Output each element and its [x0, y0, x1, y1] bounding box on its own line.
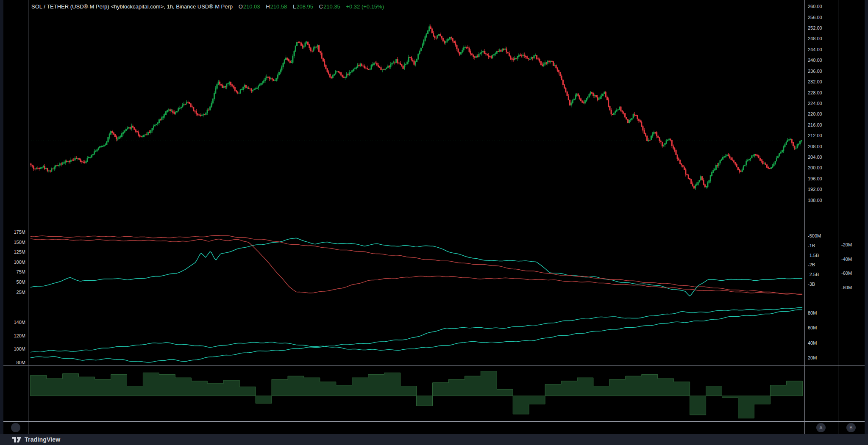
- axis-label: -60M: [841, 271, 852, 276]
- symbol-title[interactable]: SOL / TETHER (USD®-M Perp) <hyblockcapit…: [31, 3, 233, 10]
- ohlc-change: +0.32 (+0.15%): [346, 3, 384, 10]
- axis-label: 240.00: [808, 58, 822, 63]
- axis-label: -3B: [808, 282, 815, 287]
- ohlc-high-value: 210.58: [270, 3, 287, 10]
- ohlc-open-value: 210.03: [243, 3, 260, 10]
- price-scale-b[interactable]: -20M-40M-60M-80M: [838, 0, 865, 421]
- axis-label: 140M: [14, 320, 25, 325]
- axis-label: 220.00: [808, 111, 822, 117]
- axis-label: -2.5B: [808, 272, 819, 277]
- ohlc-close-value: 210.35: [323, 3, 340, 10]
- axis-label: 228.00: [808, 90, 822, 96]
- axis-label: 150M: [14, 240, 25, 245]
- pane-separator-3[interactable]: [3, 365, 865, 366]
- axis-label: 25M: [17, 290, 25, 295]
- axis-label: 192.00: [808, 187, 822, 192]
- axis-label: 50M: [17, 279, 25, 285]
- price-scale-a[interactable]: 260.00256.00252.00248.00244.00240.00236.…: [805, 0, 838, 421]
- axis-label: 236.00: [808, 69, 822, 74]
- axis-label: 80M: [808, 310, 817, 316]
- candles-up: [36, 25, 802, 190]
- ohlc-open-label: O: [239, 3, 243, 10]
- funding-rate-area: [31, 371, 803, 418]
- pane-separator-2[interactable]: [3, 300, 865, 300]
- axis-label: 244.00: [808, 47, 822, 53]
- axis-label: -20M: [841, 242, 852, 248]
- axis-label: 208.00: [808, 144, 822, 149]
- cvd-binance-spot-1k-line: [31, 310, 802, 352]
- ohlc-low-value: 208.95: [296, 3, 313, 10]
- axis-label: -80M: [841, 285, 852, 290]
- tradingview-brand-text[interactable]: TradingView: [25, 436, 60, 443]
- pane-separator-1[interactable]: [3, 231, 865, 231]
- axis-label: 232.00: [808, 79, 822, 85]
- axis-label: 75M: [17, 269, 25, 275]
- cvd-coinbase-spot-10k-10m-line: [31, 238, 802, 296]
- axis-label: 60M: [808, 325, 817, 331]
- chart-plot-area[interactable]: [0, 0, 868, 434]
- axis-label: 200.00: [808, 165, 822, 171]
- axis-label: -1B: [808, 243, 815, 249]
- axis-label: 120M: [14, 333, 25, 339]
- tradingview-chart-app: 175M150M125M100M75M50M25M140M120M100M80M…: [0, 0, 868, 445]
- axis-label: 175M: [14, 229, 25, 235]
- axis-label: -40M: [841, 257, 852, 262]
- axis-label: 252.00: [808, 25, 822, 31]
- tradingview-logo-icon[interactable]: [12, 437, 21, 442]
- axis-label: 188.00: [808, 198, 822, 203]
- axis-label: 40M: [808, 340, 817, 346]
- cvd-coinbase-spot-1k-line: [31, 235, 802, 294]
- left-scale-button[interactable]: [11, 423, 20, 432]
- axis-label: 100M: [14, 260, 25, 265]
- axis-label: 248.00: [808, 36, 822, 41]
- axis-label: -1.5B: [808, 253, 819, 258]
- time-axis[interactable]: [3, 422, 865, 434]
- axis-label: 100M: [14, 346, 25, 352]
- axis-label: 20M: [808, 355, 817, 361]
- left-price-scale[interactable]: 175M150M125M100M75M50M25M140M120M100M80M: [3, 0, 28, 421]
- footer-bar: TradingView: [0, 434, 868, 445]
- left-scale-border: [28, 0, 28, 434]
- axis-label: 260.00: [808, 4, 822, 9]
- axis-label: 204.00: [808, 155, 822, 160]
- axis-label: 224.00: [808, 101, 822, 106]
- axis-label: 80M: [17, 360, 25, 365]
- axis-label: 256.00: [808, 15, 822, 20]
- scale-a-button[interactable]: A: [816, 423, 826, 432]
- symbol-title-row[interactable]: SOL / TETHER (USD®-M Perp) <hyblockcapit…: [31, 3, 384, 10]
- ohlc-high-label: H: [266, 3, 270, 10]
- candles-down: [31, 25, 795, 189]
- scale-b-button[interactable]: B: [846, 423, 856, 432]
- axis-label: 196.00: [808, 176, 822, 182]
- axis-label: 125M: [14, 249, 25, 255]
- axis-label: 216.00: [808, 122, 822, 128]
- ohlc-low-label: L: [293, 3, 296, 10]
- ohlc-close-label: C: [319, 3, 323, 10]
- axis-label: -2B: [808, 262, 815, 268]
- axis-label: -500M: [808, 233, 821, 239]
- axis-label: 212.00: [808, 133, 822, 138]
- cvd-binance-perp-1k-line: [31, 307, 802, 362]
